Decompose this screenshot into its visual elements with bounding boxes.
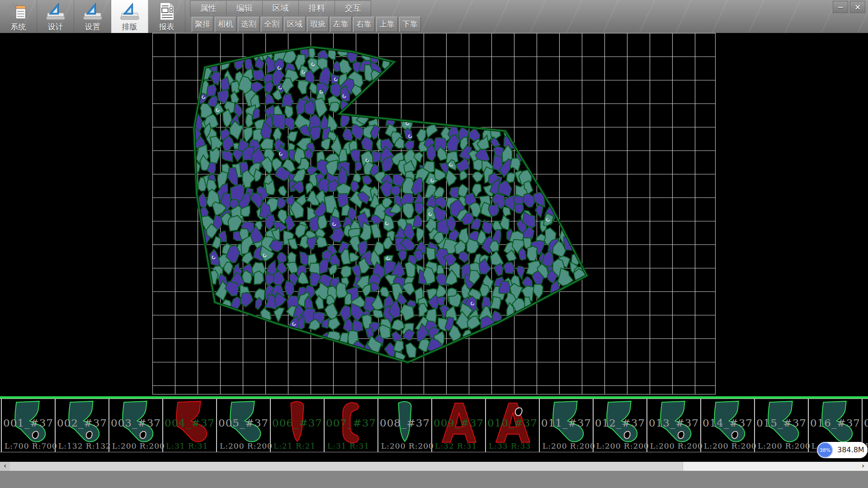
pattern-id-label: 007_#37 [325,417,377,429]
pattern-counts-label: L:32 R:31 [435,441,477,450]
pattern-counts-label: L:200 R:200 [112,441,165,450]
pattern-counts-label: L:132 R:132 [58,441,111,450]
close-button[interactable]: ✕ [850,1,865,13]
pattern-thumbnail[interactable]: 004_#37L:31 R:31 [162,399,216,452]
pattern-counts-label: L:200 R:200 [650,441,703,450]
tool-button-select-cut[interactable]: 选割 [238,17,259,32]
tool-button-cluster-nest[interactable]: 聚排 [192,17,213,32]
pattern-thumbnail[interactable]: 003_#37L:200 R:200 [108,399,162,452]
pattern-thumbnail[interactable]: 011_#37L:200 R:200 [539,399,593,452]
pattern-id-label: 008_#37 [378,417,431,429]
pattern-id-label: 009_#37 [432,417,485,429]
pattern-id-label: 013_#37 [647,417,700,429]
horizontal-scrollbar[interactable]: ‹ › [0,462,868,471]
pattern-id-label: 011_#37 [540,417,593,429]
pattern-thumbnail[interactable]: 008_#37L:200 R:200 [377,399,431,452]
menu-item-interact[interactable]: 交互 [335,1,371,15]
app-button-label: 排版 [122,22,137,32]
menu-item-region[interactable]: 区域 [263,1,299,15]
nesting-canvas[interactable] [152,33,716,394]
menu-item-attributes[interactable]: 属性 [190,1,226,15]
pattern-thumbnail[interactable]: 010_#37L:33 R:33 [485,399,539,452]
system-icon [8,1,29,22]
tool-button-snap-up[interactable]: 上靠 [376,17,398,32]
pattern-counts-label: L:21 R:21 [274,441,316,450]
minimize-button[interactable]: ─ [833,1,848,13]
scroll-right-icon[interactable]: › [858,462,868,471]
memory-percent-indicator: 38% [817,442,833,458]
pattern-counts-label: L:200 R:200 [704,441,757,450]
scrollbar-thumb[interactable] [10,462,683,471]
pattern-thumbnail[interactable]: 009_#37L:32 R:31 [431,399,485,452]
pattern-counts-label: L:200 R:200 [758,441,811,450]
window-controls: ─ ✕ [833,1,865,13]
app-button-label: 报表 [159,22,175,32]
pattern-counts-label: L:200 R:200 [381,441,434,450]
scroll-left-icon[interactable]: ‹ [0,462,10,471]
menu-bar: 属性编辑区域排料交互 [190,0,371,16]
pattern-id-label: 006_#37 [271,417,324,429]
app-button-label: 设计 [48,22,63,32]
pattern-counts-label: L:700 R:700 [5,441,57,450]
pattern-id-label: 004_#37 [163,417,216,429]
pattern-counts-label: L:33 R:33 [489,441,531,450]
pattern-thumbnail[interactable]: 001_#37L:700 R:700 [1,399,55,452]
pattern-id-label: 017_#37 [863,417,868,429]
pattern-id-label: 001_#37 [2,417,55,429]
tool-bar: 聚排相机选割全割区域瑕疵左靠右靠上靠下靠 [192,17,421,32]
report-icon [157,1,177,22]
pattern-counts-label: L:200 R:200 [220,441,273,450]
app-button-system[interactable]: 系统 [0,0,37,33]
pattern-filmstrip: 001_#37L:700 R:700002_#37L:132 R:132003_… [0,399,868,452]
tool-button-snap-left[interactable]: 左靠 [330,17,352,32]
pattern-id-label: 003_#37 [109,417,162,429]
filmstrip-top-border [0,396,868,399]
pattern-id-label: 002_#37 [56,417,108,429]
menu-item-edit[interactable]: 编辑 [226,1,263,15]
tool-button-snap-down[interactable]: 下靠 [399,17,421,32]
pattern-thumbnail[interactable]: 007_#37L:31 R:31 [324,399,377,452]
pattern-id-label: 014_#37 [701,417,754,429]
settings-icon [82,1,103,22]
app-button-label: 系统 [11,22,26,32]
tool-button-area[interactable]: 区域 [284,17,306,32]
pattern-id-label: 005_#37 [217,417,270,429]
pattern-counts-label: L:200 R:200 [542,441,595,450]
layout-icon [119,1,140,22]
memory-badge[interactable]: 38% 384.8M [817,442,868,458]
pattern-counts-label: L:31 R:31 [166,441,208,450]
app-button-report[interactable]: 报表 [148,0,185,33]
app-button-design[interactable]: 设计 [37,0,74,33]
pattern-thumbnail[interactable]: 015_#37L:200 R:200 [754,399,808,452]
tool-button-defect[interactable]: 瑕疵 [307,17,329,32]
tool-button-cut-all[interactable]: 全割 [261,17,283,32]
app-button-settings[interactable]: 设置 [74,0,111,33]
pattern-id-label: 016_#37 [809,417,862,429]
tool-button-snap-right[interactable]: 右靠 [353,17,375,32]
pattern-id-label: 010_#37 [486,417,539,429]
pattern-id-label: 012_#37 [594,417,646,429]
pattern-counts-label: L:31 R:31 [327,441,369,450]
pattern-thumbnail[interactable]: 014_#37L:200 R:200 [700,399,754,452]
app-toolbar: 系统设计设置排版报表 [0,0,185,33]
tool-button-camera[interactable]: 相机 [215,17,236,32]
pattern-thumbnail[interactable]: 012_#37L:200 R:200 [593,399,646,452]
app-button-layout[interactable]: 排版 [111,0,148,33]
pattern-thumbnail[interactable]: 002_#37L:132 R:132 [55,399,108,452]
design-icon [45,1,66,22]
app-button-label: 设置 [85,22,100,32]
menu-item-nesting[interactable]: 排料 [299,1,335,15]
status-bar [0,471,868,488]
pattern-id-label: 015_#37 [755,417,808,429]
pattern-thumbnail[interactable]: 005_#37L:200 R:200 [216,399,270,452]
pattern-thumbnail[interactable]: 006_#37L:21 R:21 [270,399,324,452]
pattern-thumbnail[interactable]: 013_#37L:200 R:200 [646,399,700,452]
memory-size-label: 384.8M [837,442,864,458]
pattern-counts-label: L:200 R:200 [596,441,649,450]
